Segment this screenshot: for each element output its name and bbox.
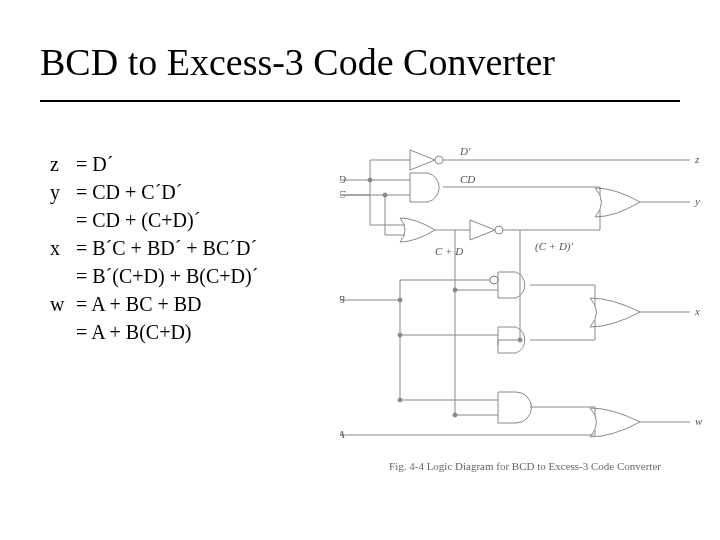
figure-caption: Fig. 4-4 Logic Diagram for BCD to Excess… [340,460,710,472]
eq-z-line-0: = D´ [76,150,340,178]
title-underline [40,100,680,102]
svg-point-43 [383,193,387,197]
eq-y-line-0: = CD + C´D´ [76,178,340,206]
eq-var-x: x [50,234,76,262]
label-input-d: D [340,173,346,185]
eq-x-line-1: = B´(C+D) + B(C+D)´ [76,262,340,290]
svg-point-25 [490,276,498,284]
label-output-z: z [694,153,700,165]
svg-point-49 [518,338,522,342]
svg-point-46 [398,298,402,302]
eq-w-line-1: = A + B(C+D) [76,318,340,346]
logic-diagram: D C B A D' CD (C + D)' C + D z y x w [340,140,710,460]
label-output-x: x [694,305,700,317]
eq-w-line-0: = A + BC + BD [76,290,340,318]
svg-point-42 [368,178,372,182]
eq-x-line-0: = B´C + BD´ + BC´D´ [76,234,340,262]
svg-point-48 [398,398,402,402]
svg-point-47 [398,333,402,337]
eq-var-y: y [50,178,76,206]
label-signal-dprime: D' [459,145,471,157]
svg-point-44 [453,288,457,292]
label-output-y: y [694,195,700,207]
label-signal-cplusd: C + D [435,245,463,257]
label-input-a: A [340,428,345,440]
label-output-w: w [695,415,703,427]
label-input-b: B [340,293,345,305]
svg-point-45 [453,413,457,417]
label-signal-cd: CD [460,173,475,185]
label-signal-cplusd-prime: (C + D)' [535,240,574,253]
page-title: BCD to Excess-3 Code Converter [40,40,680,84]
eq-var-z: z [50,150,76,178]
eq-y-line-1: = CD + (C+D)´ [76,206,340,234]
eq-var-w: w [50,290,76,318]
equations-block: z = D´ y = CD + C´D´ = CD + (C+D)´ x = B… [50,150,340,346]
label-input-c: C [340,188,346,200]
